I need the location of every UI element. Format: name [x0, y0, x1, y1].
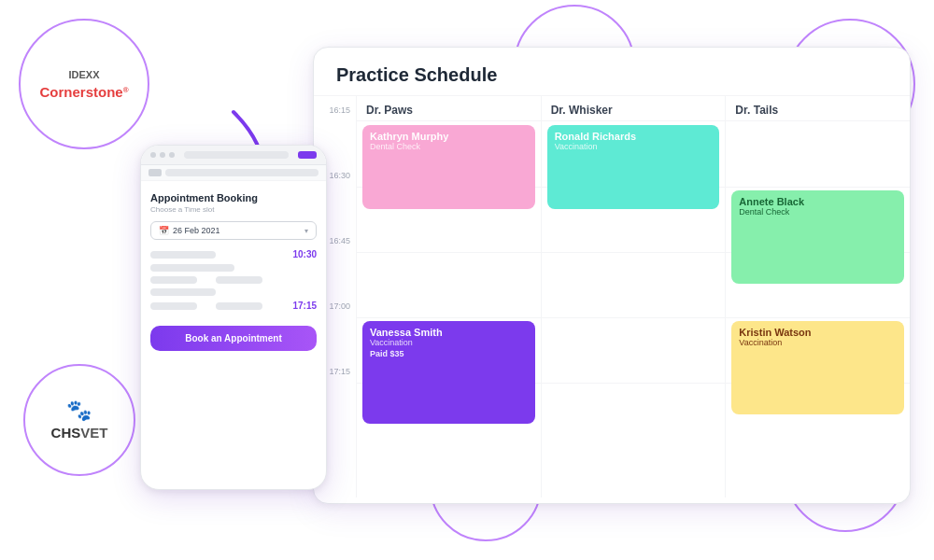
schedule-panel: Practice Schedule 16:15 16:30 16:45 17:0… — [313, 47, 911, 504]
dr-tails-header: Dr. Tails — [726, 96, 910, 121]
appt-type: Vaccination — [555, 142, 713, 151]
phone-mockup: Appointment Booking Choose a Time slot 📅… — [140, 145, 327, 490]
phone-content: Appointment Booking Choose a Time slot 📅… — [141, 181, 326, 362]
divider — [542, 252, 726, 253]
phone-dot-3 — [169, 152, 175, 158]
chevron-down-icon: ▾ — [304, 227, 308, 235]
chsvet-logo-circle: 🐾 CHSVET — [23, 364, 135, 476]
slot-bar — [150, 302, 197, 310]
chsvet-logo-text: 🐾 CHSVET — [51, 398, 108, 442]
slot-bar — [150, 288, 216, 296]
phone-dot-2 — [160, 152, 165, 158]
appointment-card-kristin[interactable]: Kristin Watson Vaccination — [731, 321, 904, 414]
divider — [542, 383, 726, 384]
appt-name: Kristin Watson — [739, 327, 897, 338]
slot-row-2 — [150, 264, 317, 272]
divider — [357, 317, 541, 318]
phone-url-bar — [184, 151, 289, 159]
slot-bar — [150, 276, 197, 284]
appt-name: Annete Black — [739, 196, 897, 207]
appointment-card-vanessa[interactable]: Vanessa Smith Vaccination Paid $35 — [362, 321, 535, 424]
slot-time-2[interactable]: 17:15 — [289, 301, 317, 311]
phone-booking-subtitle: Choose a Time slot — [150, 205, 317, 214]
phone-dot-1 — [150, 152, 156, 158]
calendar-icon: 📅 — [159, 226, 169, 235]
dr-tails-column: Dr. Tails Annete Black Dental Check Kris… — [725, 96, 910, 497]
divider — [357, 252, 541, 253]
appointment-card-ronald[interactable]: Ronald Richards Vaccination — [547, 125, 720, 209]
phone-nav — [141, 165, 326, 181]
appointment-card-kathryn[interactable]: Kathryn Murphy Dental Check — [362, 125, 535, 209]
dr-paws-column: Dr. Paws Kathryn Murphy Dental Check Van… — [356, 96, 541, 497]
dr-paws-body: Kathryn Murphy Dental Check Vanessa Smit… — [357, 121, 541, 493]
phone-nav-back — [149, 169, 162, 176]
dr-whisker-header: Dr. Whisker — [542, 96, 726, 121]
appt-type: Vaccination — [370, 338, 528, 347]
phone-time-slots: 10:30 17:15 — [150, 249, 317, 311]
schedule-columns: 16:15 16:30 16:45 17:00 17:15 Dr. Paws K… — [314, 96, 910, 497]
schedule-title: Practice Schedule — [336, 64, 887, 86]
cornerstone-logo-circle: IDEXX Cornerstone® — [19, 19, 149, 149]
dr-tails-body: Annete Black Dental Check Kristin Watson… — [726, 121, 910, 493]
slot-bar — [216, 302, 262, 310]
dr-paws-header: Dr. Paws — [357, 96, 541, 121]
appt-type: Dental Check — [370, 142, 528, 151]
slot-bar — [216, 276, 262, 284]
phone-date-picker[interactable]: 📅 26 Feb 2021 ▾ — [150, 221, 317, 240]
phone-action-btn — [298, 151, 317, 159]
divider — [726, 187, 910, 188]
slot-row-4 — [150, 288, 317, 296]
book-appointment-button[interactable]: Book an Appointment — [150, 326, 317, 351]
divider — [542, 317, 726, 318]
divider — [726, 317, 910, 318]
slot-time-1[interactable]: 10:30 — [289, 249, 317, 259]
appt-name: Kathryn Murphy — [370, 131, 528, 142]
slot-row-3 — [150, 276, 317, 284]
slot-bar — [150, 251, 216, 259]
appt-name: Ronald Richards — [555, 131, 713, 142]
appt-type: Dental Check — [739, 207, 897, 217]
cornerstone-logo-text: IDEXX Cornerstone® — [39, 67, 128, 102]
appt-name: Vanessa Smith — [370, 327, 528, 338]
dr-whisker-body: Ronald Richards Vaccination — [542, 121, 726, 493]
appt-detail: Paid $35 — [370, 349, 528, 358]
slot-bar — [150, 264, 234, 272]
phone-booking-title: Appointment Booking — [150, 192, 317, 203]
slot-row-5: 17:15 — [150, 301, 317, 311]
slot-row-1: 10:30 — [150, 249, 317, 259]
dr-whisker-column: Dr. Whisker Ronald Richards Vaccination — [541, 96, 726, 497]
phone-nav-url — [165, 169, 318, 176]
phone-date-value: 26 Feb 2021 — [173, 226, 301, 235]
appt-type: Vaccination — [739, 338, 897, 347]
appointment-card-annete[interactable]: Annete Black Dental Check — [731, 190, 904, 284]
schedule-header: Practice Schedule — [314, 48, 910, 96]
phone-top-bar — [141, 146, 326, 165]
